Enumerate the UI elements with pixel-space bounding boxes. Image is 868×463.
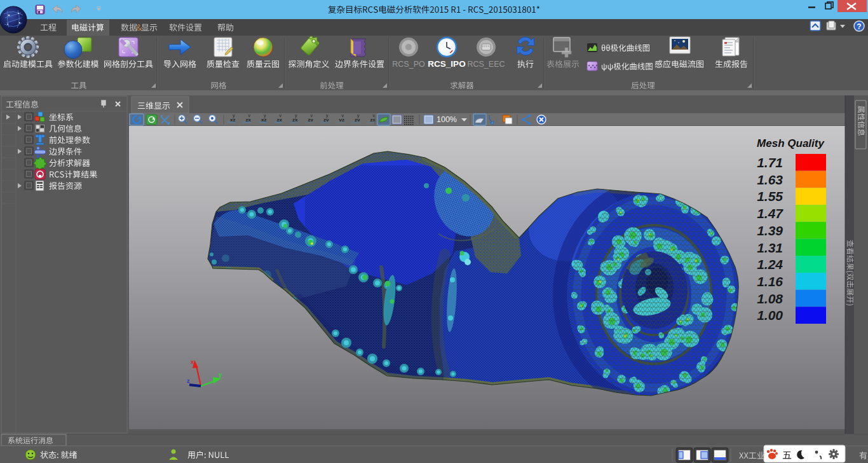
svg-text:1.63: 1.63 <box>757 172 783 187</box>
svg-text:1.16: 1.16 <box>757 274 783 289</box>
svg-text:1.39: 1.39 <box>757 223 783 238</box>
svg-text:100%: 100% <box>437 115 457 124</box>
svg-text:1.24: 1.24 <box>757 257 783 272</box>
svg-text:y: y <box>219 371 222 378</box>
svg-text:RCS_EEC: RCS_EEC <box>467 60 505 69</box>
svg-text:y: y <box>357 113 360 118</box>
svg-text:v: v <box>342 113 344 118</box>
svg-text:1.71: 1.71 <box>757 155 783 170</box>
svg-text:1.08: 1.08 <box>757 291 783 306</box>
svg-text:RCS_PO: RCS_PO <box>392 60 425 69</box>
svg-text:y: y <box>264 113 266 118</box>
svg-text:z: z <box>187 378 190 384</box>
svg-text:v: v <box>311 113 313 118</box>
svg-text:v: v <box>280 113 282 118</box>
svg-text:x: x <box>191 359 194 365</box>
svg-text:v: v <box>248 113 251 118</box>
svg-text:1.47: 1.47 <box>757 206 783 221</box>
svg-text:?: ? <box>857 22 861 31</box>
svg-text:y: y <box>233 113 235 118</box>
svg-text:1.00: 1.00 <box>757 308 783 322</box>
svg-text:Mesh Quality: Mesh Quality <box>757 137 825 149</box>
svg-text:1.31: 1.31 <box>757 240 783 255</box>
svg-text:y: y <box>326 113 329 118</box>
svg-text:1.55: 1.55 <box>757 189 783 204</box>
svg-text:y: y <box>295 113 297 118</box>
svg-text:RCS_IPO: RCS_IPO <box>428 59 465 69</box>
